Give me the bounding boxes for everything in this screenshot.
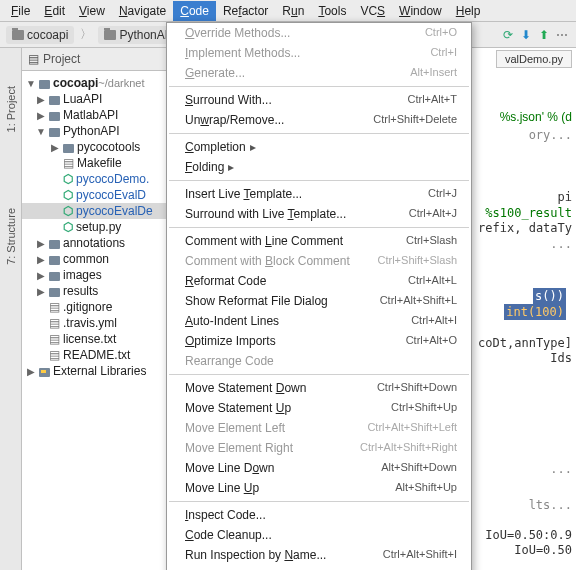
menu-shortcut: Ctrl+Alt+Shift+L — [380, 294, 457, 308]
code-fragment: pi — [558, 190, 572, 204]
sync-icon[interactable]: ⟳ — [500, 27, 516, 43]
menu-item[interactable]: Move Line UpAlt+Shift+Up — [167, 478, 471, 498]
menu-item[interactable]: Run Inspection by Name...Ctrl+Alt+Shift+… — [167, 545, 471, 565]
submenu-arrow-icon: ▸ — [250, 140, 256, 154]
folder-icon — [49, 93, 60, 105]
folder-icon — [12, 30, 24, 40]
tree-label: setup.py — [76, 220, 121, 234]
file-icon: ▤ — [49, 348, 60, 362]
tree-path: ~/darknet — [98, 77, 144, 89]
tree-toggle-icon[interactable]: ▶ — [26, 366, 36, 377]
menu-separator — [169, 133, 469, 134]
structure-tool-tab[interactable]: 7: Structure — [3, 200, 19, 273]
tree-toggle-icon[interactable]: ▶ — [36, 254, 46, 265]
menu-item-label: Move Line Up — [185, 481, 259, 495]
menu-shortcut: Ctrl+Shift+Up — [391, 401, 457, 415]
code-menu-dropdown: Override Methods...Ctrl+OImplement Metho… — [166, 22, 472, 570]
menu-item[interactable]: Surround With...Ctrl+Alt+T — [167, 90, 471, 110]
menu-item: Move Element LeftCtrl+Alt+Shift+Left — [167, 418, 471, 438]
menu-vcs[interactable]: VCS — [353, 1, 392, 21]
menu-edit[interactable]: Edit — [37, 1, 72, 21]
menu-shortcut: Ctrl+O — [425, 26, 457, 40]
breadcrumb-root-label: cocoapi — [27, 28, 68, 42]
menu-help[interactable]: Help — [449, 1, 488, 21]
menu-item[interactable]: Show Reformat File DialogCtrl+Alt+Shift+… — [167, 291, 471, 311]
menu-view[interactable]: View — [72, 1, 112, 21]
menu-item[interactable]: Reformat CodeCtrl+Alt+L — [167, 271, 471, 291]
breadcrumb-root[interactable]: cocoapi — [6, 26, 74, 44]
menu-item[interactable]: Inspect Code... — [167, 505, 471, 525]
tree-toggle-icon[interactable]: ▶ — [36, 94, 46, 105]
menu-separator — [169, 227, 469, 228]
menu-item[interactable]: Move Statement DownCtrl+Shift+Down — [167, 378, 471, 398]
menu-window[interactable]: Window — [392, 1, 449, 21]
folder-icon — [49, 109, 60, 121]
tree-toggle-icon[interactable]: ▶ — [36, 286, 46, 297]
menu-item[interactable]: Code Cleanup... — [167, 525, 471, 545]
menu-item-label: Implement Methods... — [185, 46, 300, 60]
menu-item[interactable]: Comment with Line CommentCtrl+Slash — [167, 231, 471, 251]
menu-item[interactable]: Folding▸ — [167, 157, 471, 177]
more-icon[interactable]: ⋯ — [554, 27, 570, 43]
code-fragment: %s100_result — [485, 206, 572, 220]
menu-item-label: Inspect Code... — [185, 508, 266, 522]
menu-item[interactable]: Auto-Indent LinesCtrl+Alt+I — [167, 311, 471, 331]
menu-item-label: Unwrap/Remove... — [185, 113, 284, 127]
menu-item[interactable]: Move Statement UpCtrl+Shift+Up — [167, 398, 471, 418]
menu-shortcut: Ctrl+I — [430, 46, 457, 60]
menu-item-label: Move Statement Up — [185, 401, 291, 415]
code-fragment: refix, dataTy — [478, 221, 572, 235]
menu-run[interactable]: Run — [275, 1, 311, 21]
tree-label: pycocoDemo. — [76, 172, 149, 186]
tree-toggle-icon[interactable]: ▶ — [36, 238, 46, 249]
menu-tools[interactable]: Tools — [311, 1, 353, 21]
menu-item-label: Code Cleanup... — [185, 528, 272, 542]
menu-item: Implement Methods...Ctrl+I — [167, 43, 471, 63]
library-icon — [39, 365, 50, 377]
code-fragment: Ids — [550, 351, 572, 365]
menu-shortcut: Ctrl+Shift+Delete — [373, 113, 457, 127]
tree-toggle-icon[interactable]: ▶ — [50, 142, 60, 153]
project-tool-tab[interactable]: 1: Project — [3, 78, 19, 140]
menu-item[interactable]: Move Line DownAlt+Shift+Down — [167, 458, 471, 478]
menu-item-label: Rearrange Code — [185, 354, 274, 368]
tree-toggle-icon[interactable]: ▶ — [36, 110, 46, 121]
menu-shortcut: Ctrl+J — [428, 187, 457, 201]
menu-refactor[interactable]: Refactor — [216, 1, 275, 21]
folder-icon — [49, 253, 60, 265]
menu-separator — [169, 501, 469, 502]
tree-label: annotations — [63, 236, 125, 250]
menu-shortcut: Ctrl+Alt+T — [407, 93, 457, 107]
menu-shortcut: Ctrl+Shift+Slash — [378, 254, 457, 268]
tree-label: LuaAPI — [63, 92, 102, 106]
menu-shortcut: Ctrl+Alt+Shift+Right — [360, 441, 457, 455]
menu-navigate[interactable]: Navigate — [112, 1, 173, 21]
menu-item[interactable]: Surround with Live Template...Ctrl+Alt+J — [167, 204, 471, 224]
folder-icon — [104, 30, 116, 40]
menu-shortcut: Ctrl+Alt+I — [411, 314, 457, 328]
folder-icon — [49, 285, 60, 297]
tree-toggle-icon[interactable]: ▼ — [26, 78, 36, 89]
tree-toggle-icon[interactable]: ▶ — [36, 270, 46, 281]
menu-item[interactable]: Optimize ImportsCtrl+Alt+O — [167, 331, 471, 351]
upload-icon[interactable]: ⬆ — [536, 27, 552, 43]
menu-item[interactable]: Insert Live Template...Ctrl+J — [167, 184, 471, 204]
menu-item[interactable]: Completion▸ — [167, 137, 471, 157]
editor-tab[interactable]: valDemo.py — [496, 50, 572, 68]
menu-item-label: Run Inspection by Name... — [185, 548, 326, 562]
menu-separator — [169, 86, 469, 87]
menu-file[interactable]: File — [4, 1, 37, 21]
menu-item[interactable]: Unwrap/Remove...Ctrl+Shift+Delete — [167, 110, 471, 130]
tree-label: External Libraries — [53, 364, 146, 378]
menu-item-label: Insert Live Template... — [185, 187, 302, 201]
tree-label: cocoapi — [53, 76, 98, 90]
download-icon[interactable]: ⬇ — [518, 27, 534, 43]
menu-item-label: Move Line Down — [185, 461, 274, 475]
menu-item-label: Reformat Code — [185, 274, 266, 288]
menu-code[interactable]: Code — [173, 1, 216, 21]
menu-item[interactable]: Configure Current File Analysis...Ctrl+A… — [167, 565, 471, 570]
menu-item: Generate...Alt+Insert — [167, 63, 471, 83]
tree-label: .gitignore — [63, 300, 112, 314]
tree-toggle-icon[interactable]: ▼ — [36, 126, 46, 137]
file-icon: ▤ — [49, 316, 60, 330]
